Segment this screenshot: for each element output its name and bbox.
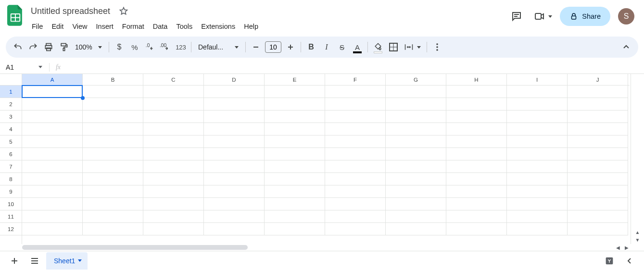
cell[interactable] (507, 185, 568, 198)
cell[interactable] (83, 173, 143, 185)
row-header[interactable]: 2 (0, 98, 22, 110)
row-header[interactable]: 1 (0, 86, 22, 98)
cell[interactable] (143, 86, 204, 98)
cell[interactable] (446, 135, 507, 148)
cell[interactable] (386, 173, 446, 185)
row-header[interactable]: 10 (0, 198, 22, 210)
cell[interactable] (22, 98, 83, 110)
row-header[interactable]: 4 (0, 123, 22, 135)
cell[interactable] (204, 110, 265, 123)
merge-cells-button[interactable] (402, 40, 416, 54)
cell[interactable] (325, 110, 386, 123)
cell[interactable] (83, 185, 143, 198)
cell[interactable] (446, 160, 507, 173)
scroll-up-icon[interactable]: ▲ (633, 229, 642, 235)
cell[interactable] (22, 160, 83, 173)
cell[interactable] (446, 198, 507, 210)
cell[interactable] (22, 173, 83, 185)
cell[interactable] (83, 198, 143, 210)
cell[interactable] (568, 135, 628, 148)
cell[interactable] (325, 135, 386, 148)
meet-button[interactable] (534, 11, 552, 22)
add-sheet-button[interactable] (6, 252, 23, 270)
menu-extensions[interactable]: Extensions (197, 21, 239, 32)
row-header[interactable]: 11 (0, 210, 22, 223)
cell[interactable] (325, 173, 386, 185)
cell[interactable] (143, 210, 204, 223)
cell[interactable] (386, 223, 446, 235)
increase-decimal-button[interactable]: .00 (158, 40, 173, 54)
cell[interactable] (204, 160, 265, 173)
horizontal-scrollbar[interactable] (22, 244, 615, 251)
cell[interactable] (325, 160, 386, 173)
cell[interactable] (386, 210, 446, 223)
explore-button[interactable] (601, 252, 618, 270)
column-header[interactable]: H (446, 74, 507, 85)
cell[interactable] (386, 198, 446, 210)
menu-file[interactable]: File (28, 21, 47, 32)
cell[interactable] (568, 223, 628, 235)
cell[interactable] (143, 185, 204, 198)
menu-help[interactable]: Help (240, 21, 262, 32)
cell[interactable] (568, 173, 628, 185)
cell[interactable] (386, 160, 446, 173)
cell[interactable] (386, 148, 446, 160)
cell[interactable] (446, 123, 507, 135)
cell[interactable] (507, 160, 568, 173)
menu-format[interactable]: Format (118, 21, 148, 32)
menu-tools[interactable]: Tools (172, 21, 196, 32)
account-avatar[interactable]: S (618, 8, 634, 25)
cell[interactable] (265, 110, 325, 123)
cell[interactable] (325, 210, 386, 223)
cell[interactable] (22, 198, 83, 210)
row-header[interactable]: 5 (0, 135, 22, 148)
cell[interactable] (325, 86, 386, 98)
row-header[interactable]: 12 (0, 223, 22, 235)
cell[interactable] (507, 123, 568, 135)
cell[interactable] (204, 123, 265, 135)
menu-edit[interactable]: Edit (48, 21, 67, 32)
bold-button[interactable]: B (304, 40, 318, 54)
sheets-logo[interactable] (6, 6, 25, 25)
cell[interactable] (265, 198, 325, 210)
column-header[interactable]: F (325, 74, 386, 85)
cell[interactable] (386, 110, 446, 123)
cell[interactable] (446, 173, 507, 185)
more-formats-button[interactable]: 123 (174, 40, 188, 54)
cell[interactable] (83, 86, 143, 98)
currency-button[interactable]: $ (112, 40, 126, 54)
cell[interactable] (507, 210, 568, 223)
sheet-tab[interactable]: Sheet1 (46, 252, 88, 270)
cell[interactable] (83, 110, 143, 123)
column-header[interactable]: D (204, 74, 265, 85)
cell[interactable] (143, 135, 204, 148)
cell[interactable] (204, 210, 265, 223)
column-header[interactable]: G (386, 74, 446, 85)
cell[interactable] (568, 98, 628, 110)
column-header[interactable]: B (83, 74, 143, 85)
cell[interactable] (446, 98, 507, 110)
cell[interactable] (507, 148, 568, 160)
cell[interactable] (265, 148, 325, 160)
collapse-toolbar-button[interactable] (619, 40, 633, 54)
cell[interactable] (143, 173, 204, 185)
cell[interactable] (83, 160, 143, 173)
menu-view[interactable]: View (68, 21, 91, 32)
row-header[interactable]: 6 (0, 148, 22, 160)
cell[interactable] (22, 210, 83, 223)
cell[interactable] (143, 160, 204, 173)
cell[interactable] (265, 185, 325, 198)
cell[interactable] (568, 110, 628, 123)
cell[interactable] (22, 185, 83, 198)
cell[interactable] (507, 86, 568, 98)
more-toolbar-button[interactable] (430, 40, 444, 54)
cell[interactable] (386, 185, 446, 198)
cell[interactable] (568, 86, 628, 98)
cell[interactable] (507, 135, 568, 148)
zoom-select[interactable]: 100% (72, 43, 106, 51)
cell[interactable] (568, 198, 628, 210)
row-header[interactable]: 8 (0, 173, 22, 185)
cell[interactable] (325, 123, 386, 135)
cell[interactable] (204, 173, 265, 185)
decrease-decimal-button[interactable]: .0 (143, 40, 157, 54)
